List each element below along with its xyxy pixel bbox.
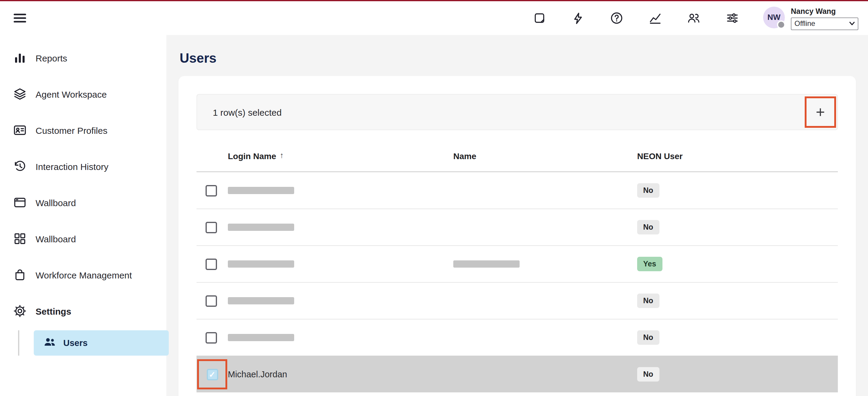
quick-actions-icon[interactable] <box>571 11 585 25</box>
topbar: NW Nancy Wang Offline <box>0 1 868 35</box>
sidebar-item-agent-workspace[interactable]: Agent Workspace <box>0 76 166 112</box>
notes-icon[interactable] <box>533 11 546 25</box>
user-name: Nancy Wang <box>791 7 858 16</box>
row-checkbox[interactable] <box>206 221 217 233</box>
briefcase-icon <box>13 268 27 282</box>
presence-indicator <box>777 20 785 29</box>
redacted-login-name <box>228 224 294 231</box>
main-content: Users 1 row(s) selected + Login Name↑ Na… <box>166 35 868 396</box>
row-checkbox[interactable] <box>206 258 217 270</box>
add-user-button[interactable]: + <box>805 96 836 128</box>
sidebar-item-customer-profiles[interactable]: Customer Profiles <box>0 112 166 148</box>
column-header-neon-user[interactable]: NEON User <box>637 151 838 161</box>
sidebar-item-label: Wallboard <box>36 197 76 208</box>
row-checkbox-checked[interactable]: ✓ <box>207 369 218 380</box>
redacted-login-name <box>228 261 294 268</box>
users-icon <box>43 336 56 350</box>
selection-count: 1 row(s) selected <box>213 107 281 117</box>
page-title: Users <box>180 51 856 66</box>
analytics-icon[interactable] <box>649 11 662 25</box>
bar-chart-icon <box>13 51 27 65</box>
users-table: Login Name↑ Name NEON User No <box>196 141 838 392</box>
sidebar-item-label: Agent Workspace <box>36 89 107 99</box>
sort-asc-icon[interactable]: ↑ <box>280 151 284 160</box>
contacts-icon[interactable] <box>687 11 701 25</box>
table-header-row: Login Name↑ Name NEON User <box>196 141 838 172</box>
row-checkbox[interactable] <box>206 332 217 343</box>
help-icon[interactable] <box>610 11 623 25</box>
neon-user-badge: No <box>637 330 659 345</box>
table-row[interactable]: No <box>196 319 838 356</box>
users-card: 1 row(s) selected + Login Name↑ Name NEO… <box>179 76 856 396</box>
sidebar-item-label: Interaction History <box>36 161 108 172</box>
table-row-selected[interactable]: ✓ Michael.Jordan No <box>196 356 838 392</box>
submenu-indent-line <box>18 330 19 356</box>
column-header-name[interactable]: Name <box>453 151 637 161</box>
table-row[interactable]: No <box>196 172 838 209</box>
sidebar: Reports Agent Workspace <box>0 35 166 396</box>
neon-user-badge: No <box>637 294 659 308</box>
user-box: NW Nancy Wang Offline <box>763 6 858 30</box>
redacted-login-name <box>228 187 294 194</box>
avatar[interactable]: NW <box>763 6 785 28</box>
sidebar-item-workforce-management[interactable]: Workforce Management <box>0 257 166 293</box>
history-icon <box>13 159 27 173</box>
sidebar-item-label: Reports <box>36 53 67 63</box>
settings-submenu: Users <box>0 330 166 356</box>
table-row[interactable]: No <box>196 209 838 245</box>
sidebar-item-wallboard-2[interactable]: Wallboard <box>0 221 166 257</box>
row-checkbox[interactable] <box>206 295 217 306</box>
table-row[interactable]: Yes <box>196 245 838 282</box>
redacted-name <box>453 261 520 268</box>
gear-icon <box>13 304 27 318</box>
neon-user-badge: Yes <box>637 257 662 271</box>
row-checkbox[interactable] <box>206 185 217 196</box>
avatar-initials: NW <box>767 13 780 22</box>
sidebar-item-label: Settings <box>36 306 71 316</box>
table-row[interactable]: No <box>196 282 838 319</box>
neon-user-badge: No <box>637 183 659 198</box>
column-header-login-name[interactable]: Login Name↑ <box>228 151 453 161</box>
sidebar-item-users[interactable]: Users <box>34 330 169 356</box>
sidebar-item-label: Customer Profiles <box>36 125 107 135</box>
redacted-login-name <box>228 297 294 304</box>
sidebar-item-interaction-history[interactable]: Interaction History <box>0 148 166 184</box>
checkbox-annotation-box: ✓ <box>197 359 227 389</box>
layers-icon <box>13 87 27 101</box>
grid-icon <box>13 232 27 246</box>
sidebar-item-label: Workforce Management <box>36 270 132 280</box>
status-value: Offline <box>795 19 815 28</box>
sidebar-item-reports[interactable]: Reports <box>0 40 166 76</box>
user-meta: Nancy Wang Offline <box>791 6 858 30</box>
contact-card-icon <box>13 123 27 137</box>
neon-user-badge: No <box>637 220 659 235</box>
menu-icon[interactable] <box>11 9 29 27</box>
status-select[interactable]: Offline <box>791 17 858 30</box>
filters-icon[interactable] <box>726 11 739 25</box>
sidebar-item-label: Wallboard <box>36 234 76 244</box>
chevron-down-icon <box>849 22 855 25</box>
sidebar-item-label: Users <box>63 338 88 348</box>
sidebar-item-wallboard[interactable]: Wallboard <box>0 184 166 221</box>
sidebar-item-settings[interactable]: Settings <box>0 293 166 329</box>
app-window: NW Nancy Wang Offline <box>0 0 868 396</box>
window-icon <box>13 195 27 209</box>
redacted-login-name <box>228 334 294 341</box>
neon-user-badge: No <box>637 367 659 382</box>
topbar-icon-group <box>533 11 739 25</box>
login-name-cell: Michael.Jordan <box>228 369 453 379</box>
table-toolbar: 1 row(s) selected + <box>196 94 838 130</box>
